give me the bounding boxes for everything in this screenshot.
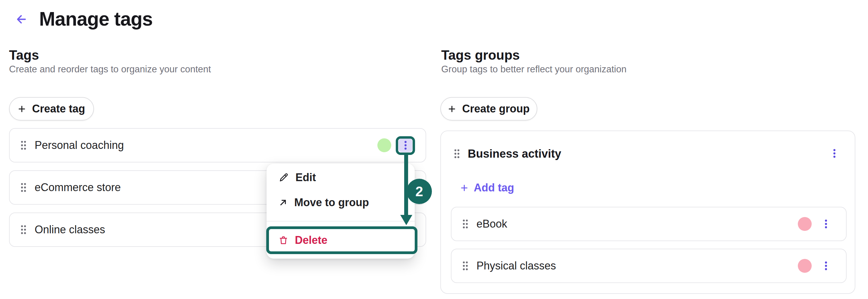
group-name: Business activity xyxy=(468,147,561,160)
create-tag-button[interactable]: Create tag xyxy=(9,97,94,121)
trash-icon xyxy=(279,235,288,245)
group-card-business-activity: Business activity Add tag eBook xyxy=(440,130,855,294)
add-tag-button[interactable]: Add tag xyxy=(460,181,514,195)
add-tag-label: Add tag xyxy=(474,181,514,194)
group-tag-row-physical-classes[interactable]: Physical classes xyxy=(451,249,847,283)
menu-item-label: Move to group xyxy=(294,196,369,209)
tag-context-menu: Edit Move to group Delete xyxy=(267,164,415,259)
create-group-label: Create group xyxy=(462,102,529,115)
tag-color-dot xyxy=(798,259,812,273)
tags-groups-heading: Tags groups xyxy=(441,48,520,63)
menu-item-edit[interactable]: Edit xyxy=(267,169,415,186)
page-title: Manage tags xyxy=(39,8,153,30)
tag-color-dot xyxy=(798,217,812,231)
drag-handle-icon[interactable] xyxy=(21,225,27,235)
drag-handle-icon[interactable] xyxy=(21,183,27,192)
tag-label: eBook xyxy=(476,218,507,230)
tag-label: Personal coaching xyxy=(35,139,124,152)
tag-label: eCommerce store xyxy=(35,181,121,194)
plus-icon xyxy=(448,105,456,113)
plus-icon xyxy=(18,105,26,113)
tag-color-dot xyxy=(377,138,391,152)
drag-handle-icon[interactable] xyxy=(21,141,27,150)
group-card-header: Business activity xyxy=(454,146,561,161)
group-kebab-menu-button[interactable] xyxy=(827,147,841,160)
pencil-icon xyxy=(279,172,289,183)
kebab-menu-button[interactable] xyxy=(819,217,833,231)
drag-handle-icon[interactable] xyxy=(462,261,468,271)
back-button[interactable] xyxy=(14,12,29,27)
tags-heading: Tags xyxy=(9,48,39,63)
create-group-button[interactable]: Create group xyxy=(440,97,537,121)
drag-handle-icon[interactable] xyxy=(454,149,460,158)
tag-label: Physical classes xyxy=(476,260,556,272)
kebab-menu-button[interactable] xyxy=(819,259,833,273)
arrow-left-icon xyxy=(16,13,28,25)
menu-item-move-to-group[interactable]: Move to group xyxy=(267,193,415,212)
manage-tags-page: Manage tags Tags Create and reorder tags… xyxy=(0,0,868,299)
create-tag-label: Create tag xyxy=(32,102,85,115)
menu-separator xyxy=(267,221,415,221)
tag-label: Online classes xyxy=(35,223,105,236)
kebab-menu-button[interactable] xyxy=(399,138,412,152)
tags-groups-subtitle: Group tags to better reflect your organi… xyxy=(441,64,626,75)
group-tag-row-ebook[interactable]: eBook xyxy=(451,207,847,241)
arrow-up-right-icon xyxy=(279,198,288,207)
plus-icon xyxy=(460,184,468,192)
tag-row-personal-coaching[interactable]: Personal coaching xyxy=(9,128,426,162)
menu-item-delete[interactable]: Delete xyxy=(267,231,415,249)
tags-subtitle: Create and reorder tags to organize your… xyxy=(9,64,211,75)
menu-item-label: Delete xyxy=(295,234,328,246)
menu-item-label: Edit xyxy=(296,171,316,184)
drag-handle-icon[interactable] xyxy=(462,219,468,229)
